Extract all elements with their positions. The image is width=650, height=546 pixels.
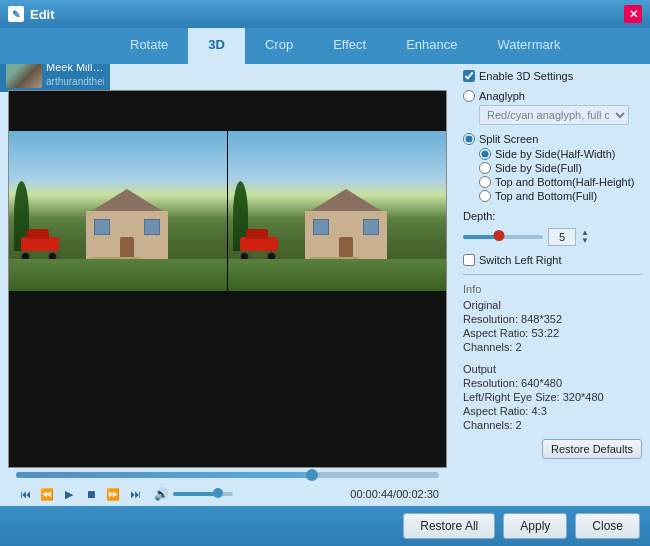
- anaglyph-dropdown[interactable]: Red/cyan anaglyph, full color: [479, 105, 629, 125]
- car-right: [240, 237, 278, 261]
- enable-3d-label: Enable 3D Settings: [479, 70, 573, 82]
- step-forward-button[interactable]: ⏩: [104, 485, 122, 503]
- window-left: [94, 219, 110, 235]
- right-panel: Enable 3D Settings Anaglyph Red/cyan ana…: [455, 64, 650, 506]
- anaglyph-label: Anaglyph: [479, 90, 525, 102]
- output-section: Output Resolution: 640*480 Left/Right Ey…: [463, 363, 642, 431]
- depth-controls: 5 ▲ ▼: [463, 228, 642, 246]
- depth-down-arrow[interactable]: ▼: [581, 237, 589, 245]
- volume-slider[interactable]: [173, 492, 233, 496]
- grass: [9, 259, 227, 291]
- switch-lr-checkbox[interactable]: [463, 254, 475, 266]
- depth-slider[interactable]: [463, 235, 543, 239]
- split-screen-radio[interactable]: [463, 133, 475, 145]
- depth-section: Depth: 5 ▲ ▼: [463, 210, 642, 246]
- depth-row: Depth:: [463, 210, 642, 222]
- anaglyph-section: Anaglyph Red/cyan anaglyph, full color: [463, 90, 642, 125]
- skip-back-button[interactable]: ⏮: [16, 485, 34, 503]
- info-heading: Info: [463, 283, 642, 295]
- volume-thumb: [213, 488, 223, 498]
- window-right: [144, 219, 160, 235]
- anaglyph-dropdown-row: Red/cyan anaglyph, full color: [479, 105, 642, 125]
- enable-3d-section: Enable 3D Settings: [463, 70, 642, 82]
- restore-all-button[interactable]: Restore All: [403, 513, 495, 539]
- window-close-button[interactable]: ✕: [624, 5, 642, 23]
- transport-row: ⏮ ⏪ ▶ ⏹ ⏩ ⏭ 🔊 00:00:44/00:02:30: [16, 482, 439, 506]
- spacer: [463, 355, 642, 363]
- window-title: Edit: [30, 7, 624, 22]
- skip-forward-button[interactable]: ⏭: [126, 485, 144, 503]
- enable-3d-checkbox[interactable]: [463, 70, 475, 82]
- split-top-half-label: Top and Bottom(Half-Height): [495, 176, 634, 188]
- door-r: [339, 237, 353, 259]
- scene-right: [228, 131, 446, 291]
- video-frame: [9, 91, 446, 467]
- divider-1: [463, 274, 642, 275]
- door: [120, 237, 134, 259]
- close-button[interactable]: Close: [575, 513, 640, 539]
- original-aspect: Aspect Ratio: 53:22: [463, 327, 642, 339]
- controls-area: ⏮ ⏪ ▶ ⏹ ⏩ ⏭ 🔊 00:00:44/00:02:30: [8, 468, 447, 506]
- tab-bar: Rotate 3D Crop Effect Enhance Watermark: [0, 28, 650, 64]
- tab-3d[interactable]: 3D: [188, 28, 245, 64]
- split-side-half-radio[interactable]: [479, 148, 491, 160]
- track-thumbnail: [6, 60, 42, 88]
- track-info: Meek Mill Ft. ... arthurandthei...: [46, 60, 104, 87]
- original-channels: Channels: 2: [463, 341, 642, 353]
- tab-watermark[interactable]: Watermark: [477, 28, 580, 64]
- split-side-full-radio[interactable]: [479, 162, 491, 174]
- play-button[interactable]: ▶: [60, 485, 78, 503]
- title-bar: ✎ Edit ✕: [0, 0, 650, 28]
- tab-rotate[interactable]: Rotate: [110, 28, 188, 64]
- anaglyph-radio[interactable]: [463, 90, 475, 102]
- video-black-bottom: [9, 291, 446, 467]
- preview-area: Output Preview: [0, 64, 455, 506]
- depth-value[interactable]: 5: [548, 228, 576, 246]
- output-lr-size: Left/Right Eye Size: 320*480: [463, 391, 642, 403]
- stop-button[interactable]: ⏹: [82, 485, 100, 503]
- split-options: Side by Side(Half-Width) Side by Side(Fu…: [479, 148, 642, 202]
- time-display: 00:00:44/00:02:30: [350, 488, 439, 500]
- output-resolution: Resolution: 640*480: [463, 377, 642, 389]
- apply-button[interactable]: Apply: [503, 513, 567, 539]
- tab-effect[interactable]: Effect: [313, 28, 386, 64]
- grass-r: [228, 259, 446, 291]
- switch-lr-row: Switch Left Right: [463, 254, 642, 266]
- house-r: [301, 189, 391, 259]
- app-icon: ✎: [8, 6, 24, 22]
- car-body: [21, 237, 59, 251]
- split-top-full-radio[interactable]: [479, 190, 491, 202]
- main-content: Output Preview: [0, 64, 650, 506]
- split-top-half-radio[interactable]: [479, 176, 491, 188]
- split-top-full-label: Top and Bottom(Full): [495, 190, 597, 202]
- anaglyph-row: Anaglyph: [463, 90, 642, 102]
- house-body: [86, 211, 168, 259]
- output-channels: Channels: 2: [463, 419, 642, 431]
- window-right-r: [363, 219, 379, 235]
- window-left-r: [313, 219, 329, 235]
- split-screen-row: Split Screen: [463, 133, 642, 145]
- tab-enhance[interactable]: Enhance: [386, 28, 477, 64]
- tab-crop[interactable]: Crop: [245, 28, 313, 64]
- scene-left: [9, 131, 227, 291]
- split-side-full-row: Side by Side(Full): [479, 162, 642, 174]
- depth-label: Depth:: [463, 210, 495, 222]
- car-cabin-r: [246, 229, 268, 239]
- split-top-half-row: Top and Bottom(Half-Height): [479, 176, 642, 188]
- progress-bar[interactable]: [16, 472, 439, 478]
- bottom-bar: Restore All Apply Close: [0, 506, 650, 546]
- video-black-top: [9, 91, 446, 131]
- restore-defaults-button[interactable]: Restore Defaults: [542, 439, 642, 459]
- video-scene: [9, 131, 446, 291]
- depth-arrows: ▲ ▼: [581, 229, 589, 245]
- progress-thumb: [306, 469, 318, 481]
- split-screen-label: Split Screen: [479, 133, 538, 145]
- split-screen-section: Split Screen Side by Side(Half-Width) Si…: [463, 133, 642, 202]
- original-heading: Original: [463, 299, 642, 311]
- split-side-half-label: Side by Side(Half-Width): [495, 148, 615, 160]
- house: [82, 189, 172, 259]
- car-left: [21, 237, 59, 261]
- split-top-full-row: Top and Bottom(Full): [479, 190, 642, 202]
- switch-lr-section: Switch Left Right: [463, 254, 642, 266]
- step-back-button[interactable]: ⏪: [38, 485, 56, 503]
